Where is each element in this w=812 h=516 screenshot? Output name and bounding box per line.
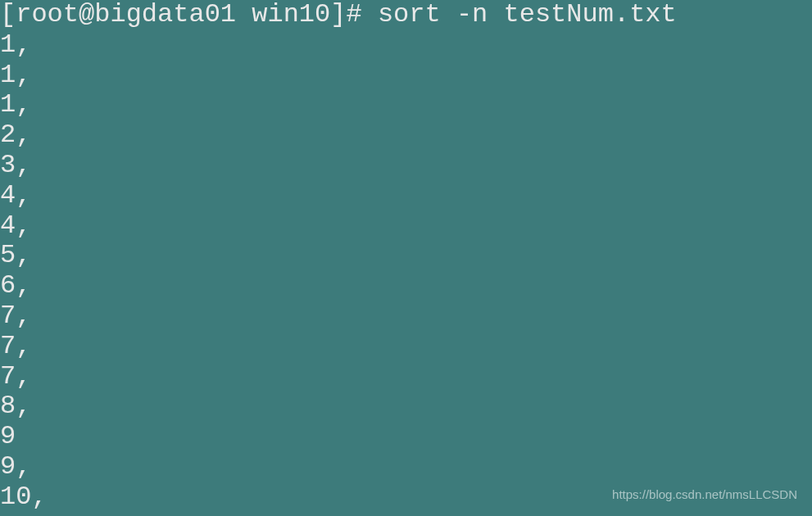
shell-prompt: [root@bigdata01 win10]# <box>0 0 378 29</box>
output-line: 4, <box>0 211 812 242</box>
output-line: 3, <box>0 151 812 181</box>
output-line: 5, <box>0 241 812 271</box>
watermark-text: https://blog.csdn.net/nmsLLCSDN <box>612 487 797 501</box>
command-line[interactable]: [root@bigdata01 win10]# sort -n testNum.… <box>0 0 812 30</box>
typed-command: sort -n testNum.txt <box>378 0 677 29</box>
output-line: 8, <box>0 392 812 422</box>
output-line: 9 <box>0 422 812 452</box>
output-line: 7, <box>0 301 812 332</box>
output-line: 2, <box>0 120 812 151</box>
output-line: 7, <box>0 332 812 362</box>
terminal-window: [root@bigdata01 win10]# sort -n testNum.… <box>0 0 812 513</box>
output-line: 1, <box>0 61 812 91</box>
output-line: 1, <box>0 90 812 120</box>
output-line: 6, <box>0 271 812 301</box>
output-line: 9, <box>0 452 812 482</box>
output-line: 4, <box>0 181 812 211</box>
output-line: 7, <box>0 362 812 392</box>
output-line: 1, <box>0 30 812 61</box>
